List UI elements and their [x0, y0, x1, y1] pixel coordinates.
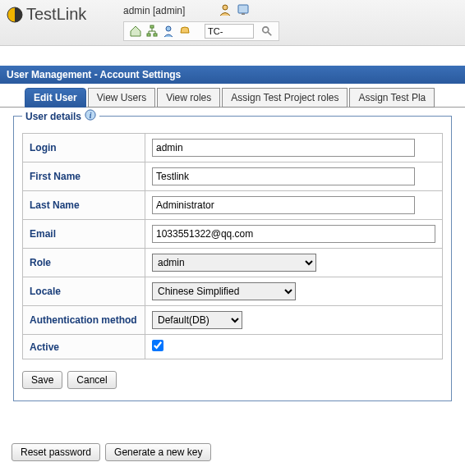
svg-rect-6 [154, 34, 157, 36]
current-user-label: admin [admin] [123, 5, 185, 16]
svg-rect-2 [238, 5, 248, 13]
svg-rect-4 [150, 25, 154, 28]
svg-rect-3 [242, 13, 245, 15]
header-icons [219, 3, 250, 16]
tab-label: Edit User [34, 92, 77, 103]
home-icon[interactable] [129, 25, 142, 38]
row-last-name: Last Name [23, 191, 443, 220]
row-auth: Authentication method Default(DB) [23, 306, 443, 335]
testcase-search-input[interactable] [205, 24, 254, 39]
info-icon[interactable]: i [85, 109, 96, 123]
testlink-logo-icon [7, 7, 23, 23]
locale-select[interactable]: Chinese Simplified [152, 282, 296, 300]
panel-area: User details i Login First Name Last Nam… [0, 107, 465, 410]
auth-select[interactable]: Default(DB) [152, 311, 242, 329]
row-email: Email [23, 220, 443, 249]
legend-text: User details [25, 111, 81, 122]
row-locale: Locale Chinese Simplified [23, 277, 443, 306]
tab-label: Assign Test Project roles [231, 92, 338, 103]
first-name-input[interactable] [152, 167, 415, 185]
tab-label: Assign Test Pla [358, 92, 426, 103]
tab-assign-test-plan[interactable]: Assign Test Pla [349, 88, 435, 108]
row-role: Role admin [23, 249, 443, 277]
login-input[interactable] [152, 139, 415, 157]
tab-label: View roles [166, 92, 211, 103]
fieldset-legend: User details i [22, 109, 99, 123]
svg-rect-5 [147, 34, 150, 36]
logout-icon[interactable] [237, 3, 250, 16]
svg-point-8 [263, 27, 269, 33]
email-input[interactable] [152, 225, 435, 243]
reset-password-button[interactable]: Reset password [12, 443, 100, 461]
top-header: TestLink admin [admin] [0, 0, 465, 46]
section-title-bar: User Management - Account Settings [0, 66, 465, 84]
label-auth: Authentication method [23, 306, 145, 335]
tab-view-roles[interactable]: View roles [157, 88, 220, 108]
label-login: Login [23, 134, 145, 162]
label-active: Active [23, 335, 145, 359]
user-icon[interactable] [219, 3, 232, 16]
cancel-button[interactable]: Cancel [67, 371, 116, 389]
role-select[interactable]: admin [152, 254, 316, 272]
person-icon[interactable] [162, 25, 175, 38]
app-logo: TestLink [7, 5, 86, 24]
tab-edit-user[interactable]: Edit User [25, 88, 86, 108]
tab-assign-project-roles[interactable]: Assign Test Project roles [222, 88, 348, 108]
row-active: Active [23, 335, 443, 359]
label-email: Email [23, 220, 145, 249]
row-first-name: First Name [23, 162, 443, 191]
last-name-input[interactable] [152, 196, 415, 214]
svg-line-9 [268, 32, 271, 35]
svg-point-7 [166, 26, 171, 31]
active-checkbox[interactable] [152, 340, 163, 351]
tabs-row: Edit User View Users View roles Assign T… [0, 84, 465, 107]
search-icon[interactable] [260, 25, 274, 38]
tab-view-users[interactable]: View Users [88, 88, 155, 108]
row-login: Login [23, 134, 443, 162]
tab-label: View Users [97, 92, 146, 103]
user-form-table: Login First Name Last Name Email Role ad… [22, 133, 443, 359]
app-name: TestLink [26, 5, 86, 24]
label-first-name: First Name [23, 162, 145, 191]
svg-point-1 [223, 5, 228, 10]
save-button[interactable]: Save [22, 371, 62, 389]
tree-icon[interactable] [145, 25, 159, 38]
bell-icon[interactable] [178, 25, 191, 38]
label-role: Role [23, 249, 145, 277]
user-details-fieldset: User details i Login First Name Last Nam… [13, 116, 452, 401]
form-buttons: Save Cancel [22, 371, 443, 389]
label-locale: Locale [23, 277, 145, 306]
generate-key-button[interactable]: Generate a new key [105, 443, 211, 461]
toolbar [123, 21, 279, 41]
bottom-buttons: Reset password Generate a new key [12, 443, 211, 461]
label-last-name: Last Name [23, 191, 145, 220]
svg-text:i: i [90, 111, 92, 120]
